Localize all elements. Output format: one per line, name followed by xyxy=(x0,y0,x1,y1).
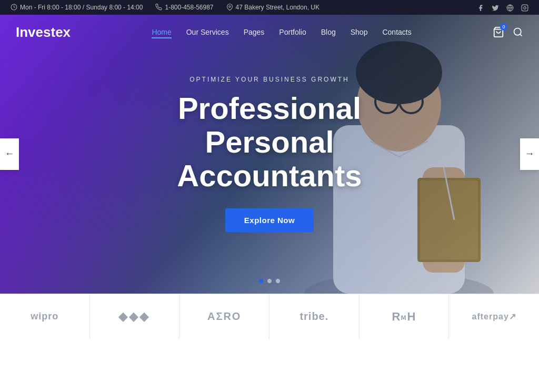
slider-next-button[interactable]: → xyxy=(520,138,539,170)
nav-link-pages[interactable]: Pages xyxy=(244,28,265,36)
nav-link-portfolio[interactable]: Portfolio xyxy=(279,28,306,36)
logo-rmh: RᴍH xyxy=(360,294,450,339)
clock-icon xyxy=(11,4,17,11)
nav-item-shop[interactable]: Shop xyxy=(351,27,368,37)
diamonds-logo: ◆◆◆ xyxy=(118,310,150,324)
slider-prev-button[interactable]: ← xyxy=(0,138,19,170)
hours-text: Mon - Fri 8:00 - 18:00 / Sunday 8:00 - 1… xyxy=(20,4,143,11)
nav-links: Home Our Services Pages Portfolio Blog S… xyxy=(152,27,411,37)
nav-item-portfolio[interactable]: Portfolio xyxy=(279,27,306,37)
rmh-logo: RᴍH xyxy=(392,310,416,324)
hero-content: OPTIMIZE YOUR BUSINESS GROWTH Profession… xyxy=(112,76,427,232)
phone-text: 1-800-458-56987 xyxy=(165,4,213,11)
nav-link-home[interactable]: Home xyxy=(152,28,171,38)
nav-item-blog[interactable]: Blog xyxy=(321,27,336,37)
instagram-icon[interactable] xyxy=(521,3,528,12)
logos-bar: wipro ◆◆◆ AΣRO tribe. RᴍH afterpay↗ xyxy=(0,294,539,339)
address-text: 47 Bakery Street, London, UK xyxy=(236,4,320,11)
search-icon xyxy=(513,27,523,37)
logo: Investex xyxy=(16,24,71,41)
logo-diamonds: ◆◆◆ xyxy=(90,294,180,339)
svg-line-19 xyxy=(520,34,522,36)
wipro-logo: wipro xyxy=(31,311,58,322)
aero-logo: AΣRO xyxy=(207,310,241,323)
globe-icon[interactable] xyxy=(506,3,514,12)
hero-header: Investex Home Our Services Pages Portfol… xyxy=(0,15,539,50)
address-item: 47 Bakery Street, London, UK xyxy=(226,4,320,11)
hero-title: Professional Personal Accountants xyxy=(122,92,417,192)
afterpay-logo: afterpay↗ xyxy=(472,311,516,321)
logo-tribe: tribe. xyxy=(270,294,360,339)
nav-item-home[interactable]: Home xyxy=(152,27,171,37)
location-icon xyxy=(226,4,233,11)
explore-now-button[interactable]: Explore Now xyxy=(225,208,314,232)
hours-item: Mon - Fri 8:00 - 18:00 / Sunday 8:00 - 1… xyxy=(11,4,143,11)
top-bar-left: Mon - Fri 8:00 - 18:00 / Sunday 8:00 - 1… xyxy=(11,4,320,11)
nav-link-blog[interactable]: Blog xyxy=(321,28,336,36)
dot-1[interactable] xyxy=(259,279,263,283)
logo-afterpay: afterpay↗ xyxy=(449,294,539,339)
svg-point-1 xyxy=(228,6,230,7)
nav-item-contacts[interactable]: Contacts xyxy=(382,27,411,37)
hero-section: Investex Home Our Services Pages Portfol… xyxy=(0,15,539,294)
cart-badge: 0 xyxy=(500,23,507,31)
nav-link-contacts[interactable]: Contacts xyxy=(382,28,411,36)
logo-aero: AΣRO xyxy=(179,294,270,339)
nav-item-pages[interactable]: Pages xyxy=(244,27,265,37)
top-bar-social xyxy=(477,3,528,12)
top-bar: Mon - Fri 8:00 - 18:00 / Sunday 8:00 - 1… xyxy=(0,0,539,15)
nav-link-shop[interactable]: Shop xyxy=(351,28,368,36)
search-button[interactable] xyxy=(513,27,523,37)
cart-button[interactable]: 0 xyxy=(493,26,504,38)
tribe-logo: tribe. xyxy=(300,310,328,323)
logo-wipro: wipro xyxy=(0,294,90,339)
nav-actions: 0 xyxy=(493,26,523,38)
svg-point-18 xyxy=(514,28,521,35)
slider-dots xyxy=(259,279,280,283)
twitter-icon[interactable] xyxy=(492,3,499,12)
nav-item-services[interactable]: Our Services xyxy=(186,27,229,37)
dot-2[interactable] xyxy=(267,279,272,283)
dot-3[interactable] xyxy=(276,279,280,283)
phone-item: 1-800-458-56987 xyxy=(155,4,213,11)
phone-icon xyxy=(155,4,162,11)
svg-rect-4 xyxy=(522,5,528,11)
hero-subtitle: OPTIMIZE YOUR BUSINESS GROWTH xyxy=(122,76,417,83)
nav-link-services[interactable]: Our Services xyxy=(186,28,229,36)
facebook-icon[interactable] xyxy=(477,3,484,12)
